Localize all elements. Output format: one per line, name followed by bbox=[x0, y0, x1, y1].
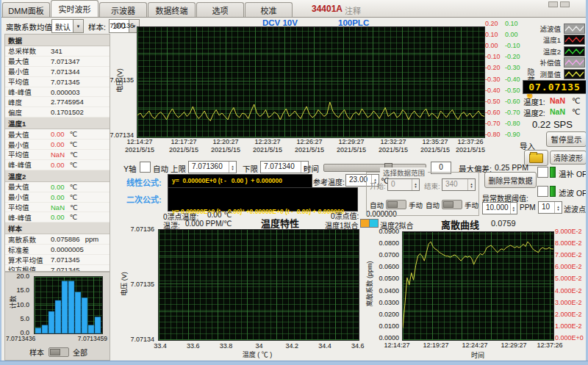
threshold-spinner[interactable]: 10.000 bbox=[482, 202, 517, 214]
dispersion-ytick-left: 0.0100 bbox=[371, 322, 399, 330]
dispersion-ytick-left: 0.0200 bbox=[371, 311, 399, 318]
legend-item-补偿值[interactable]: 补偿值 bbox=[534, 57, 585, 69]
main-right-red-tick: -0.20 bbox=[485, 64, 504, 71]
temp1-readout-value: NaN bbox=[550, 96, 565, 105]
dispersion-ytick-left: 0.0400 bbox=[371, 287, 399, 294]
temp1-readout-label: 温度1: bbox=[523, 96, 545, 107]
legend-item-滤波值[interactable]: 滤波值 bbox=[534, 23, 585, 35]
histogram-ytick: 5.0 bbox=[13, 315, 29, 322]
threshold-value: 10.000 bbox=[483, 203, 510, 214]
dispersion-current-value: 0.0759 bbox=[491, 219, 516, 228]
filter-checkbox[interactable] bbox=[537, 186, 548, 197]
dispersion-ytick-right: 8.000E-2 bbox=[555, 239, 586, 247]
ref-temp-label: 参考温度: bbox=[313, 176, 345, 187]
dispersion-xtick: 12:14:27 bbox=[378, 341, 416, 349]
spinner-arrows-icon[interactable] bbox=[412, 179, 419, 190]
temp-xtick: 34.4 bbox=[315, 342, 335, 350]
spinner-arrows-icon[interactable] bbox=[510, 203, 517, 214]
histogram-ytick: 20.0 bbox=[13, 272, 29, 280]
temp-chart-title: 温度特性 bbox=[261, 216, 299, 230]
main-right-red-tick: 0.10 bbox=[485, 31, 504, 38]
spinner-arrows-icon[interactable] bbox=[554, 202, 562, 213]
filter-points-spinner[interactable]: 10 bbox=[538, 201, 562, 214]
dispersion-mean-select[interactable]: 默认 ▼ bbox=[51, 19, 84, 33]
data-range-group: 选择数据范围 开始: 0 结束: 340 自动 手动 自动 手动 bbox=[366, 172, 479, 216]
instrument-model: 34401A bbox=[312, 4, 343, 14]
sps-readout: 0.22 SPS bbox=[532, 119, 573, 130]
temp2-readout-label: 温度2: bbox=[523, 107, 545, 118]
lower-limit-spinner[interactable]: 7.071340 bbox=[260, 161, 309, 173]
stat-row: 最小值0.00℃ bbox=[5, 140, 110, 150]
tab-校准[interactable]: 校准 bbox=[245, 2, 293, 17]
dispersion-ytick-left: 0.0900 bbox=[371, 228, 399, 235]
tab-实时波形[interactable]: 实时波形 bbox=[51, 0, 98, 17]
window-button[interactable] bbox=[560, 1, 570, 7]
main-xtick-date: 2021/5/15 bbox=[247, 146, 288, 153]
main-right-red-tick: -0.40 bbox=[485, 87, 504, 94]
window-button[interactable] bbox=[548, 1, 558, 7]
tempcomp-checkbox[interactable] bbox=[537, 167, 548, 178]
yaxis-auto-label: 自动 bbox=[153, 163, 168, 174]
pause-display-button[interactable]: 暂停显示 bbox=[546, 131, 587, 147]
waveform-legend: 滤波值温度1温度2补偿值测量值 bbox=[534, 23, 585, 80]
stat-row: 均方根值7.071345 bbox=[5, 265, 110, 272]
range-end-spinner[interactable]: 340 bbox=[442, 178, 476, 191]
temp2-readout-value: NaN bbox=[550, 107, 565, 116]
stat-row: 最大值0.00℃ bbox=[5, 129, 110, 140]
filter-points-value: 10 bbox=[539, 202, 554, 213]
stat-row: 峰度2.7745954 bbox=[5, 97, 110, 107]
folder-icon bbox=[529, 153, 543, 163]
legend-item-温度1[interactable]: 温度1 bbox=[534, 35, 585, 46]
main-right-red-tick: -0.50 bbox=[485, 98, 504, 105]
main-right-green-tick: -0.80 bbox=[505, 120, 524, 127]
dispersion-mean-value: 默认 bbox=[52, 20, 73, 32]
stat-row: 离散系数0.075886ppm bbox=[5, 234, 110, 245]
range-manual-label: 手动 bbox=[465, 200, 478, 210]
range-end-mode-toggle[interactable] bbox=[442, 200, 462, 209]
main-right-green-tick: -0.70 bbox=[505, 109, 524, 116]
histogram-plot bbox=[34, 276, 103, 334]
range-start-label: 开始: bbox=[370, 181, 386, 191]
tempcomp-label: 温补 OFF bbox=[559, 168, 588, 179]
tab-选项[interactable]: 选项 bbox=[196, 2, 244, 17]
clear-waveform-button[interactable]: 清除波形 bbox=[550, 151, 587, 165]
yaxis-auto-checkbox[interactable] bbox=[140, 162, 151, 173]
main-xtick-time: 12:17:27 bbox=[163, 138, 204, 145]
main-xtick-date: 2021/5/15 bbox=[373, 146, 414, 153]
stat-row: 平均值7.071345 bbox=[5, 77, 110, 87]
temp-chart-xlabel: 温度 ( ℃ ) bbox=[228, 350, 287, 359]
sidebar-section-header: 样本 bbox=[5, 223, 110, 234]
temp-ytick: 7.07135 bbox=[126, 281, 154, 288]
fit2-swatch[interactable] bbox=[369, 219, 379, 228]
dispersion-ytick-left: 0.0300 bbox=[371, 299, 399, 306]
main-xtick-date: 2021/5/15 bbox=[289, 146, 330, 153]
chevron-down-icon[interactable]: ▼ bbox=[73, 20, 83, 32]
tab-数据终端[interactable]: 数据终端 bbox=[148, 2, 196, 17]
temp-xtick: 34.2 bbox=[282, 342, 302, 350]
delete-outliers-button[interactable]: 删除异常数据 bbox=[484, 172, 537, 188]
legend-item-温度2[interactable]: 温度2 bbox=[534, 46, 585, 57]
stat-row: 标准差0.0000005 bbox=[5, 245, 110, 255]
legend-item-测量值[interactable]: 测量值 bbox=[534, 68, 585, 80]
sample-all-toggle[interactable] bbox=[49, 347, 69, 357]
yaxis-label: Y轴 bbox=[123, 163, 137, 174]
histogram-toggle-right-label: 全部 bbox=[73, 347, 87, 358]
spinner-arrows-icon[interactable] bbox=[467, 179, 475, 190]
range-start-spinner[interactable]: 0 bbox=[387, 178, 420, 191]
main-ytick: 7.07135 bbox=[106, 76, 134, 84]
range-start-mode-toggle[interactable] bbox=[386, 200, 406, 209]
annotation-link[interactable]: 注释 bbox=[345, 4, 361, 16]
main-xtick-date: 2021/5/15 bbox=[331, 146, 372, 153]
range-end-value: 340 bbox=[442, 179, 467, 190]
temp1-readout-unit: ℃ bbox=[572, 96, 581, 105]
tab-示波器[interactable]: 示波器 bbox=[99, 2, 147, 17]
waveform-swatch-icon bbox=[564, 57, 585, 68]
upper-limit-label: 上限 bbox=[171, 163, 186, 174]
range-auto-label: 自动 bbox=[370, 200, 384, 210]
main-right-red-tick: 0.00 bbox=[485, 42, 504, 49]
upper-limit-spinner[interactable]: 7.071360 bbox=[188, 161, 237, 173]
stat-row: 算术平均值7.071345 bbox=[5, 255, 110, 265]
spinner-arrows-icon[interactable] bbox=[229, 162, 236, 173]
zero-temp-value: 0.00 ℃ bbox=[207, 211, 232, 219]
tab-DMM面板[interactable]: DMM面板 bbox=[2, 2, 50, 17]
